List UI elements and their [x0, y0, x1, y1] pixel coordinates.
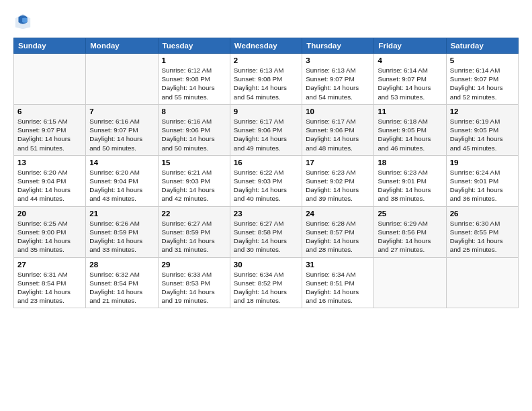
weekday-header: Wednesday	[230, 38, 302, 54]
calendar-day-cell: 27Sunrise: 6:31 AM Sunset: 8:54 PM Dayli…	[14, 257, 86, 308]
day-number: 10	[306, 107, 370, 116]
calendar-day-cell: 26Sunrise: 6:30 AM Sunset: 8:55 PM Dayli…	[446, 206, 518, 257]
day-detail: Sunrise: 6:27 AM Sunset: 8:59 PM Dayligh…	[162, 219, 226, 255]
day-detail: Sunrise: 6:25 AM Sunset: 9:00 PM Dayligh…	[17, 219, 82, 255]
weekday-header: Tuesday	[158, 38, 230, 54]
day-number: 3	[306, 56, 370, 64]
calendar-week-row: 1Sunrise: 6:12 AM Sunset: 9:08 PM Daylig…	[14, 54, 519, 105]
day-number: 18	[378, 158, 442, 167]
day-detail: Sunrise: 6:29 AM Sunset: 8:56 PM Dayligh…	[378, 219, 442, 255]
day-detail: Sunrise: 6:19 AM Sunset: 9:05 PM Dayligh…	[450, 117, 515, 152]
day-number: 4	[378, 56, 442, 64]
day-detail: Sunrise: 6:34 AM Sunset: 8:52 PM Dayligh…	[234, 270, 298, 306]
calendar-day-cell: 31Sunrise: 6:34 AM Sunset: 8:51 PM Dayli…	[302, 257, 374, 308]
logo	[13, 12, 35, 31]
calendar-day-cell: 14Sunrise: 6:20 AM Sunset: 9:04 PM Dayli…	[86, 155, 158, 206]
day-number: 26	[450, 210, 515, 218]
day-number: 16	[234, 158, 298, 167]
day-number: 11	[378, 107, 442, 116]
day-number: 28	[89, 261, 154, 269]
calendar-day-cell: 15Sunrise: 6:21 AM Sunset: 9:03 PM Dayli…	[158, 155, 230, 206]
day-number: 14	[89, 158, 154, 167]
day-number: 15	[162, 158, 226, 167]
day-detail: Sunrise: 6:31 AM Sunset: 8:54 PM Dayligh…	[17, 270, 82, 306]
calendar-day-cell: 1Sunrise: 6:12 AM Sunset: 9:08 PM Daylig…	[158, 54, 230, 105]
day-detail: Sunrise: 6:17 AM Sunset: 9:06 PM Dayligh…	[306, 117, 370, 152]
day-detail: Sunrise: 6:16 AM Sunset: 9:06 PM Dayligh…	[162, 117, 226, 152]
day-number: 31	[306, 261, 370, 269]
day-detail: Sunrise: 6:15 AM Sunset: 9:07 PM Dayligh…	[17, 117, 82, 152]
day-number: 1	[162, 56, 226, 64]
calendar-day-cell: 8Sunrise: 6:16 AM Sunset: 9:06 PM Daylig…	[158, 104, 230, 155]
calendar-header-row: SundayMondayTuesdayWednesdayThursdayFrid…	[14, 38, 519, 54]
calendar-day-cell: 12Sunrise: 6:19 AM Sunset: 9:05 PM Dayli…	[446, 104, 518, 155]
day-detail: Sunrise: 6:20 AM Sunset: 9:04 PM Dayligh…	[89, 168, 154, 203]
day-detail: Sunrise: 6:32 AM Sunset: 8:54 PM Dayligh…	[89, 270, 154, 306]
day-number: 29	[162, 261, 226, 269]
day-detail: Sunrise: 6:16 AM Sunset: 9:07 PM Dayligh…	[89, 117, 154, 152]
day-detail: Sunrise: 6:30 AM Sunset: 8:55 PM Dayligh…	[450, 219, 515, 255]
calendar-day-cell: 30Sunrise: 6:34 AM Sunset: 8:52 PM Dayli…	[230, 257, 302, 308]
day-number: 23	[234, 210, 298, 218]
calendar-day-cell: 9Sunrise: 6:17 AM Sunset: 9:06 PM Daylig…	[230, 104, 302, 155]
day-detail: Sunrise: 6:28 AM Sunset: 8:57 PM Dayligh…	[306, 219, 370, 255]
day-number: 12	[450, 107, 515, 116]
day-detail: Sunrise: 6:17 AM Sunset: 9:06 PM Dayligh…	[234, 117, 298, 152]
day-number: 8	[162, 107, 226, 116]
calendar-week-row: 27Sunrise: 6:31 AM Sunset: 8:54 PM Dayli…	[14, 257, 519, 308]
calendar-day-cell: 13Sunrise: 6:20 AM Sunset: 9:04 PM Dayli…	[14, 155, 86, 206]
day-number: 24	[306, 210, 370, 218]
weekday-header: Sunday	[14, 38, 86, 54]
weekday-header: Thursday	[302, 38, 374, 54]
calendar-day-cell: 21Sunrise: 6:26 AM Sunset: 8:59 PM Dayli…	[86, 206, 158, 257]
weekday-header: Saturday	[446, 38, 518, 54]
day-detail: Sunrise: 6:24 AM Sunset: 9:01 PM Dayligh…	[450, 168, 515, 203]
day-detail: Sunrise: 6:22 AM Sunset: 9:03 PM Dayligh…	[234, 168, 298, 203]
day-number: 9	[234, 107, 298, 116]
day-number: 25	[378, 210, 442, 218]
weekday-header: Monday	[86, 38, 158, 54]
calendar-day-cell: 17Sunrise: 6:23 AM Sunset: 9:02 PM Dayli…	[302, 155, 374, 206]
day-detail: Sunrise: 6:26 AM Sunset: 8:59 PM Dayligh…	[89, 219, 154, 255]
calendar-day-cell: 4Sunrise: 6:14 AM Sunset: 9:07 PM Daylig…	[374, 54, 446, 105]
calendar-day-cell: 20Sunrise: 6:25 AM Sunset: 9:00 PM Dayli…	[14, 206, 86, 257]
day-detail: Sunrise: 6:13 AM Sunset: 9:07 PM Dayligh…	[306, 66, 370, 101]
day-number: 7	[89, 107, 154, 116]
day-number: 27	[17, 261, 82, 269]
day-detail: Sunrise: 6:33 AM Sunset: 8:53 PM Dayligh…	[162, 270, 226, 306]
calendar-day-cell	[14, 54, 86, 105]
logo-icon	[13, 12, 32, 31]
day-number: 30	[234, 261, 298, 269]
calendar-day-cell: 5Sunrise: 6:14 AM Sunset: 9:07 PM Daylig…	[446, 54, 518, 105]
calendar-week-row: 13Sunrise: 6:20 AM Sunset: 9:04 PM Dayli…	[14, 155, 519, 206]
calendar-day-cell: 28Sunrise: 6:32 AM Sunset: 8:54 PM Dayli…	[86, 257, 158, 308]
day-detail: Sunrise: 6:23 AM Sunset: 9:01 PM Dayligh…	[378, 168, 442, 203]
day-number: 6	[17, 107, 82, 116]
day-detail: Sunrise: 6:34 AM Sunset: 8:51 PM Dayligh…	[306, 270, 370, 306]
calendar-day-cell: 7Sunrise: 6:16 AM Sunset: 9:07 PM Daylig…	[86, 104, 158, 155]
day-detail: Sunrise: 6:23 AM Sunset: 9:02 PM Dayligh…	[306, 168, 370, 203]
day-number: 21	[89, 210, 154, 218]
calendar-week-row: 20Sunrise: 6:25 AM Sunset: 9:00 PM Dayli…	[14, 206, 519, 257]
day-detail: Sunrise: 6:14 AM Sunset: 9:07 PM Dayligh…	[378, 66, 442, 101]
calendar-table: SundayMondayTuesdayWednesdayThursdayFrid…	[13, 38, 519, 308]
calendar-day-cell: 23Sunrise: 6:27 AM Sunset: 8:58 PM Dayli…	[230, 206, 302, 257]
calendar-day-cell	[86, 54, 158, 105]
day-number: 5	[450, 56, 515, 64]
calendar-day-cell	[374, 257, 446, 308]
calendar-day-cell: 6Sunrise: 6:15 AM Sunset: 9:07 PM Daylig…	[14, 104, 86, 155]
weekday-header: Friday	[374, 38, 446, 54]
calendar-day-cell: 19Sunrise: 6:24 AM Sunset: 9:01 PM Dayli…	[446, 155, 518, 206]
calendar-day-cell: 18Sunrise: 6:23 AM Sunset: 9:01 PM Dayli…	[374, 155, 446, 206]
calendar-day-cell: 10Sunrise: 6:17 AM Sunset: 9:06 PM Dayli…	[302, 104, 374, 155]
calendar-day-cell	[446, 257, 518, 308]
day-number: 17	[306, 158, 370, 167]
day-detail: Sunrise: 6:27 AM Sunset: 8:58 PM Dayligh…	[234, 219, 298, 255]
day-detail: Sunrise: 6:21 AM Sunset: 9:03 PM Dayligh…	[162, 168, 226, 203]
calendar-week-row: 6Sunrise: 6:15 AM Sunset: 9:07 PM Daylig…	[14, 104, 519, 155]
day-number: 13	[17, 158, 82, 167]
day-detail: Sunrise: 6:12 AM Sunset: 9:08 PM Dayligh…	[162, 66, 226, 101]
day-detail: Sunrise: 6:20 AM Sunset: 9:04 PM Dayligh…	[17, 168, 82, 203]
calendar-day-cell: 22Sunrise: 6:27 AM Sunset: 8:59 PM Dayli…	[158, 206, 230, 257]
day-number: 2	[234, 56, 298, 64]
